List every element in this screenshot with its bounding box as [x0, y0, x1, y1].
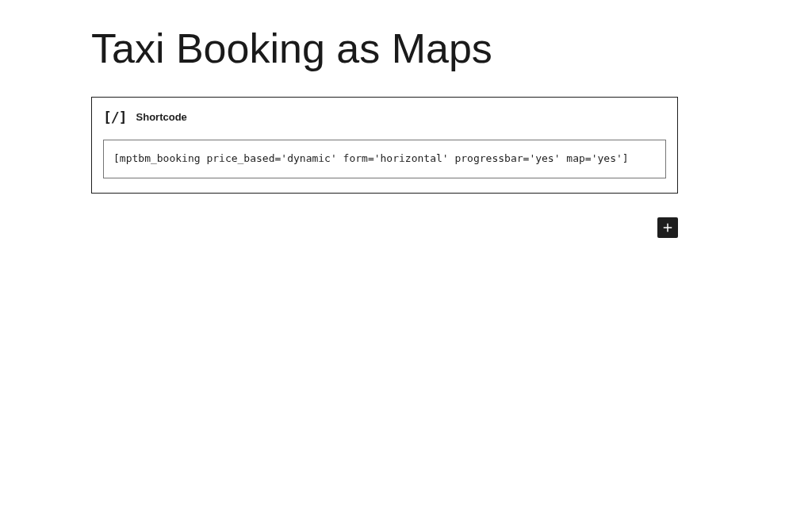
editor-container: Taxi Booking as Maps [/] Shortcode [91, 24, 678, 194]
page-title[interactable]: Taxi Booking as Maps [91, 24, 678, 73]
block-header: [/] Shortcode [103, 109, 666, 125]
add-block-button[interactable] [657, 217, 678, 238]
add-block-row [91, 217, 678, 238]
block-label: Shortcode [136, 111, 187, 123]
shortcode-input[interactable] [103, 140, 666, 178]
shortcode-block[interactable]: [/] Shortcode [91, 97, 678, 193]
shortcode-icon: [/] [103, 109, 127, 125]
plus-icon [661, 220, 675, 235]
